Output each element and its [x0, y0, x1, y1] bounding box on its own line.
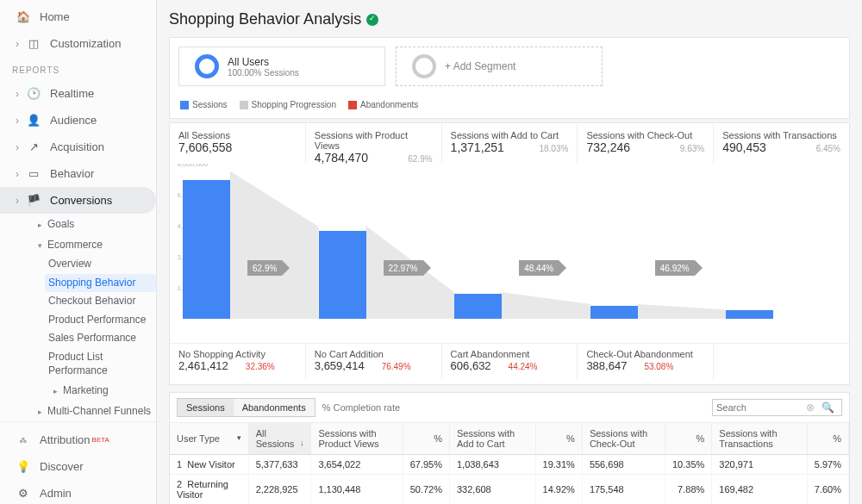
reports-label: REPORTS [0, 57, 156, 80]
sort-desc-icon: ↓ [300, 439, 304, 447]
segments-bar: All Users 100.00% Sessions + Add Segment [170, 38, 849, 95]
completion-rate-toggle[interactable]: % Completion rate [322, 402, 401, 413]
subnav-sales-performance[interactable]: Sales Performance [45, 329, 156, 348]
abandon-label: Check-Out Abandonment [586, 349, 704, 359]
nav-home[interactable]: 🏠Home [0, 3, 156, 30]
col-transactions[interactable]: Sessions with Transactions [712, 423, 807, 455]
nav-admin[interactable]: ⚙Admin [0, 480, 156, 504]
abandon-value: 2,461,412 [178, 359, 228, 372]
flag-icon: 🏴 [26, 194, 41, 207]
segment-sub: 100.00% Sessions [228, 68, 299, 78]
col-product-views[interactable]: Sessions with Product Views [311, 423, 403, 455]
table-search: ⊗ 🔍 [712, 399, 842, 416]
col-pct[interactable]: % [535, 423, 582, 455]
ring-icon [195, 54, 219, 78]
stage-pct: 9.63% [680, 144, 704, 153]
abandon-value: 3,659,414 [315, 359, 365, 372]
clear-search-icon[interactable]: ⊗ [803, 401, 818, 414]
abandon-label: No Cart Addition [315, 349, 433, 359]
beta-badge: BETA [92, 436, 109, 444]
add-segment-button[interactable]: + Add Segment [396, 47, 603, 86]
progression-tag: 46.92% [655, 260, 695, 276]
nav-attribution[interactable]: ஃAttributionBETA [0, 426, 156, 453]
verified-icon [366, 14, 378, 26]
funnel-bars: 8,000,000 6,400,000 4,800,000 3,200,000 … [170, 164, 849, 319]
bulb-icon: 💡 [16, 460, 31, 473]
subnav-product-performance[interactable]: Product Performance [45, 311, 156, 330]
col-user-type[interactable]: User Type ▾ [170, 423, 248, 455]
abandon-pct: 53.08% [644, 362, 673, 371]
segment-all-users[interactable]: All Users 100.00% Sessions [178, 47, 385, 86]
stage-label: Sessions with Add to Cart [451, 130, 569, 140]
nav-realtime[interactable]: 🕑Realtime [0, 80, 156, 107]
funnel-chart: All Sessions7,606,558 Sessions with Prod… [169, 122, 850, 385]
home-icon: 🏠 [16, 10, 31, 23]
data-table: Sessions Abandonments % Completion rate … [169, 392, 850, 504]
person-icon: 👤 [26, 114, 41, 127]
col-pct[interactable]: % [665, 423, 711, 455]
stage-label: Sessions with Product Views [315, 130, 433, 151]
stage-label: All Sessions [178, 130, 297, 140]
tab-abandonments[interactable]: Abandonments [234, 399, 315, 416]
behavior-icon: ▭ [26, 167, 41, 180]
chart-legend: Sessions Shopping Progression Abandonmen… [170, 95, 849, 118]
legend-swatch-sessions [180, 101, 189, 109]
legend-swatch-abandonments [348, 101, 357, 109]
page-title: Shopping Behavior Analysis [169, 10, 850, 28]
abandon-value: 388,647 [586, 359, 627, 372]
table-row[interactable]: 1 New Visitor 5,377,633 3,654,02267.95% … [170, 455, 849, 475]
nav-behavior[interactable]: ▭Behavior [0, 160, 156, 187]
stage-value: 7,606,558 [178, 140, 297, 154]
gear-icon: ⚙ [16, 487, 31, 500]
stage-label: Sessions with Check-Out [586, 130, 704, 140]
subnav-overview[interactable]: Overview [45, 255, 156, 274]
table-tabs: Sessions Abandonments [177, 398, 315, 417]
subnav-ecommerce[interactable]: Ecommerce [29, 234, 156, 255]
add-segment-label: + Add Segment [445, 60, 515, 72]
conversions-subnav: Goals Ecommerce Overview Shopping Behavi… [29, 214, 156, 421]
attribution-icon: ஃ [16, 432, 31, 446]
customization-icon: ◫ [26, 37, 41, 50]
abandon-pct: 32.36% [246, 362, 275, 371]
stage-pct: 18.03% [539, 144, 568, 153]
col-pct[interactable]: % [403, 423, 449, 455]
table-row[interactable]: 2 Returning Visitor 2,228,925 1,130,4485… [170, 475, 849, 505]
subnav-checkout-behavior[interactable]: Checkout Behavior [45, 292, 156, 311]
ring-icon [412, 54, 436, 78]
abandon-value: 606,632 [451, 359, 491, 372]
subnav-product-list-performance[interactable]: Product List Performance [45, 348, 156, 380]
subnav-goals[interactable]: Goals [29, 214, 156, 234]
progression-tag: 48.44% [519, 260, 559, 276]
chevron-down-icon: ▾ [237, 433, 241, 442]
nav-acquisition[interactable]: ↗Acquisition [0, 134, 156, 160]
nav-conversions[interactable]: 🏴Conversions [0, 187, 156, 214]
legend-swatch-progression [240, 101, 248, 109]
acquisition-icon: ↗ [26, 140, 41, 153]
progression-tag: 22.97% [384, 260, 423, 276]
search-input[interactable] [716, 402, 803, 413]
abandon-label: Cart Abandonment [451, 349, 569, 359]
stage-label: Sessions with Transactions [722, 130, 840, 140]
subnav-shopping-behavior[interactable]: Shopping Behavior [45, 274, 156, 293]
col-checkout[interactable]: Sessions with Check-Out [582, 423, 665, 455]
sidebar: 🏠Home ◫Customization REPORTS 🕑Realtime 👤… [0, 0, 157, 504]
col-add-cart[interactable]: Sessions with Add to Cart [449, 423, 535, 455]
nav-discover[interactable]: 💡Discover [0, 453, 156, 480]
progression-tag: 62.9% [247, 260, 282, 276]
search-icon[interactable]: 🔍 [818, 401, 838, 414]
tab-sessions[interactable]: Sessions [178, 399, 234, 416]
main-content: Shopping Behavior Analysis All Users 100… [157, 0, 862, 504]
nav-audience[interactable]: 👤Audience [0, 107, 156, 134]
col-pct[interactable]: % [807, 423, 848, 455]
clock-icon: 🕑 [26, 87, 41, 100]
stage-pct: 62.9% [408, 154, 432, 164]
col-all-sessions[interactable]: All Sessions↓ [248, 423, 311, 455]
nav-customization[interactable]: ◫Customization [0, 30, 156, 57]
stage-pct: 6.45% [816, 144, 840, 153]
segment-title: All Users [228, 56, 299, 68]
abandon-label: No Shopping Activity [178, 349, 297, 359]
subnav-multi-channel[interactable]: Multi-Channel Funnels [29, 401, 156, 421]
abandon-pct: 44.24% [509, 362, 538, 371]
abandon-pct: 76.49% [382, 362, 411, 371]
subnav-marketing[interactable]: Marketing [45, 380, 156, 401]
